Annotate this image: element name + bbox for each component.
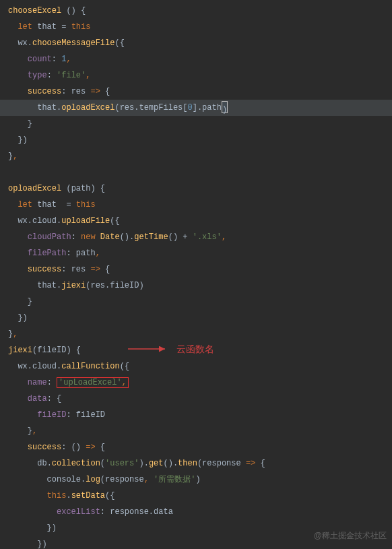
code-line: success: res => { [0,84,392,100]
code-line: oploadExcel (path) { [0,181,392,197]
code-line-highlighted: that.oploadExcel(res.tempFiles[0].path) [0,100,392,116]
code-line: } [0,116,392,132]
code-line: }, [0,326,392,342]
code-line: cloudPath: new Date().getTime() + '.xls'… [0,229,392,245]
code-line [0,164,392,181]
watermark: @稀土掘金技术社区 [314,527,387,544]
code-editor[interactable]: chooseExcel () { let that = this wx.choo… [0,0,392,549]
code-line: wx.chooseMessageFile({ [0,35,392,51]
code-line: filePath: path, [0,245,392,261]
code-line: that.jiexi(res.fileID) [0,278,392,294]
code-line: let that = this [0,197,392,213]
code-line: count: 1, [0,51,392,67]
code-line: name: 'upLoadExcel', [0,375,392,391]
code-line: } [0,294,392,310]
code-line: jiexi(fileID) { [0,342,392,358]
code-line: this.setData({ [0,488,392,504]
code-line: data: { [0,391,392,407]
cursor: ) [222,101,228,113]
code-line: success: res => { [0,261,392,278]
code-line: }, [0,148,392,164]
code-line: let that = this [0,19,392,35]
code-line: success: () => { [0,439,392,455]
highlighted-function-name: 'upLoadExcel', [57,377,129,388]
code-line: wx.cloud.uploadFile({ [0,213,392,229]
code-line: chooseExcel () { [0,3,392,19]
code-line: console.log(response, '所需数据') [0,472,392,488]
code-line: wx.cloud.callFunction({ [0,358,392,375]
code-line: fileID: fileID [0,407,392,423]
code-line: db.collection('users').get().then(respon… [0,455,392,472]
code-line: excelList: response.data [0,504,392,520]
code-line: }) [0,310,392,326]
code-line: }) [0,132,392,148]
code-line: }, [0,423,392,439]
code-line: type: 'file', [0,67,392,84]
